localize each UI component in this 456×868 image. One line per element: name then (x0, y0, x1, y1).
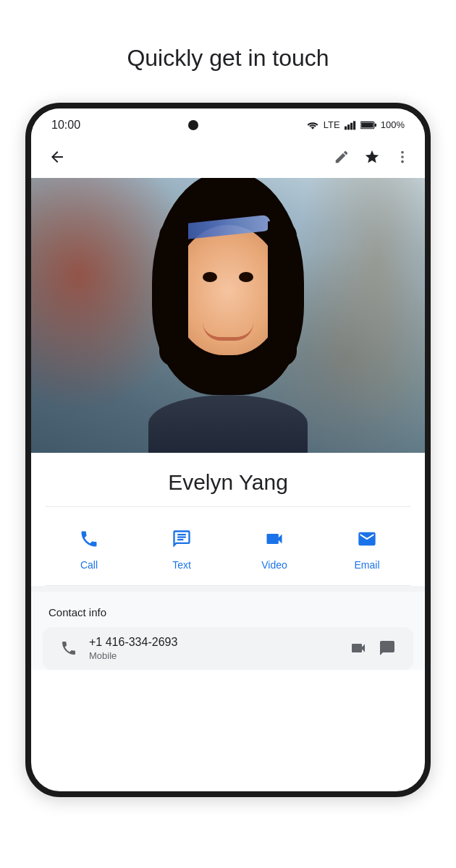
signal-icon (345, 120, 356, 130)
back-button[interactable] (46, 143, 69, 169)
phone-frame: 10:00 LTE 100% (25, 103, 431, 797)
status-bar: 10:00 LTE 100% (31, 109, 425, 137)
back-arrow-icon (48, 148, 66, 166)
svg-rect-6 (361, 122, 373, 127)
section-divider (31, 586, 425, 592)
more-vert-icon (394, 149, 410, 165)
video-button[interactable]: Video (245, 524, 303, 571)
phone-label: Mobile (89, 650, 338, 661)
phone-info-row: +1 416-334-2693 Mobile (43, 627, 413, 670)
camera-cutout (188, 120, 198, 130)
svg-point-8 (401, 156, 404, 158)
svg-rect-5 (374, 123, 376, 127)
photo-placeholder (31, 178, 425, 453)
phone-message-icon[interactable] (379, 639, 396, 657)
text-button[interactable]: Text (153, 524, 211, 571)
email-label: Email (354, 559, 379, 571)
svg-rect-2 (350, 122, 352, 129)
wifi-icon (306, 120, 319, 130)
phone-number: +1 416-334-2693 (89, 636, 338, 649)
status-time: 10:00 (51, 119, 80, 132)
email-icon (352, 524, 381, 553)
email-button[interactable]: Email (338, 524, 396, 571)
top-action-bar (31, 137, 425, 178)
edit-button[interactable] (334, 147, 350, 166)
contact-info-section: Contact info +1 416-334-2693 Mobile (31, 592, 425, 670)
text-label: Text (172, 559, 191, 571)
contact-name: Evelyn Yang (46, 470, 410, 495)
star-icon (364, 149, 380, 165)
quick-actions: Call Text Video (31, 507, 425, 585)
page-title: Quickly get in touch (98, 0, 358, 103)
lte-label: LTE (324, 119, 340, 130)
video-label: Video (261, 559, 287, 571)
text-icon (167, 524, 196, 553)
svg-point-7 (401, 151, 404, 154)
phone-video-icon[interactable] (350, 639, 367, 657)
status-icons: LTE 100% (306, 119, 405, 130)
more-button[interactable] (394, 147, 410, 166)
svg-rect-1 (347, 124, 350, 129)
contact-name-section: Evelyn Yang (31, 453, 425, 506)
call-button[interactable]: Call (60, 524, 118, 571)
svg-rect-3 (353, 121, 355, 129)
star-button[interactable] (364, 147, 380, 166)
phone-row-actions (350, 639, 396, 657)
action-bar-right (334, 147, 410, 166)
svg-rect-0 (345, 126, 347, 129)
video-icon (260, 524, 289, 553)
contact-photo (31, 178, 425, 453)
battery-level: 100% (381, 119, 405, 130)
battery-icon (360, 121, 376, 129)
phone-info-icon (60, 639, 77, 657)
call-label: Call (80, 559, 98, 571)
phone-info-text: +1 416-334-2693 Mobile (89, 636, 338, 661)
pencil-icon (334, 149, 350, 165)
svg-point-9 (401, 160, 404, 163)
contact-info-header: Contact info (31, 592, 425, 627)
call-icon (75, 524, 104, 553)
